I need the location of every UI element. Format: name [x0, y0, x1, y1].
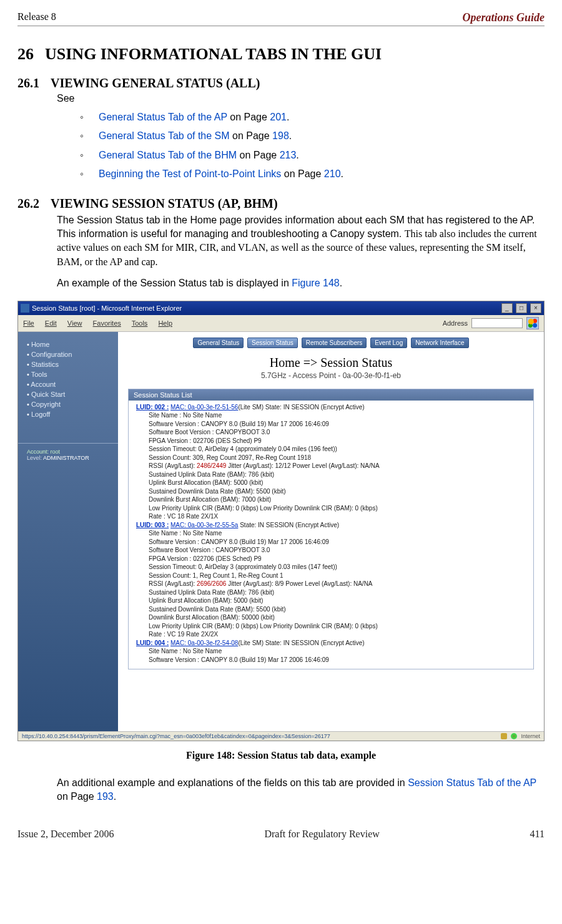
- session-line: Rate : VC 18 Rate 2X/1X: [136, 512, 526, 521]
- header-release: Release 8: [17, 11, 56, 24]
- session-entry-header: LUID: 004 : MAC: 0a-00-3e-f2-54-08(Lite …: [136, 639, 526, 648]
- address-field[interactable]: [471, 318, 523, 328]
- tab-remote-subscribers[interactable]: Remote Subscribers: [302, 338, 367, 348]
- footer-page-number: 411: [530, 829, 545, 840]
- minimize-button[interactable]: _: [501, 303, 513, 313]
- page-ref[interactable]: 213: [280, 150, 297, 160]
- mac-link[interactable]: MAC: 0a-00-3e-f2-51-56: [170, 404, 238, 411]
- menu-view[interactable]: View: [67, 319, 82, 327]
- close-button[interactable]: ×: [530, 303, 541, 313]
- level-label: Level:: [27, 455, 42, 461]
- session-line: Software Version : CANOPY 8.0 (Build 19)…: [136, 538, 526, 547]
- session-line: Software Version : CANOPY 8.0 (Build 19)…: [136, 420, 526, 429]
- header-guide-title: Operations Guide: [462, 11, 545, 24]
- section-title: VIEWING GENERAL STATUS (ALL): [51, 76, 260, 90]
- tab-network-interface[interactable]: Network Interface: [411, 338, 468, 348]
- link-general-status-sm[interactable]: General Status Tab of the SM: [99, 130, 230, 141]
- login-info: Account: root Level: ADMINISTRATOR: [18, 443, 118, 461]
- sidebar-item-quickstart[interactable]: Quick Start: [27, 389, 118, 399]
- page-ref[interactable]: 201: [270, 112, 287, 122]
- session-line: Software Boot Version : CANOPYBOOT 3.0: [136, 546, 526, 555]
- link-general-status-ap[interactable]: General Status Tab of the AP: [99, 112, 227, 122]
- maximize-button[interactable]: □: [516, 303, 527, 313]
- session-line: Sustained Downlink Data Rate (BAM): 5500…: [136, 487, 526, 496]
- session-line: Session Count: 1, Reg Count 1, Re-Reg Co…: [136, 571, 526, 580]
- windows-flag-icon: [526, 317, 539, 329]
- window-titlebar: Session Status [root] - Microsoft Intern…: [18, 301, 544, 315]
- after-figure-para: An additional example and explanations o…: [57, 776, 545, 804]
- luid-link[interactable]: LUID: 002 :: [136, 404, 169, 411]
- session-line: FPGA Version : 022706 (DES Sched) P9: [136, 437, 526, 445]
- session-line: Low Priority Uplink CIR (BAM): 0 (kbps) …: [136, 622, 526, 631]
- session-line: Sustained Downlink Data Rate (BAM): 5500…: [136, 605, 526, 614]
- zone-label: Internet: [521, 733, 540, 739]
- link-ptp-test[interactable]: Beginning the Test of Point-to-Point Lin…: [99, 168, 281, 179]
- sidebar-item-configuration[interactable]: Configuration: [27, 349, 118, 359]
- see-item-ap: General Status Tab of the AP on Page 201…: [80, 108, 545, 127]
- session-status-panel-header: Session Status List: [129, 389, 533, 401]
- menu-file[interactable]: File: [23, 319, 34, 327]
- session-state: (Lite SM) State: IN SESSION (Encrypt Act…: [238, 640, 364, 646]
- tab-general-status[interactable]: General Status: [193, 338, 244, 348]
- page-ref[interactable]: 198: [272, 130, 289, 141]
- session-line: FPGA Version : 022706 (DES Sched) P9: [136, 555, 526, 563]
- session-line: Sustained Uplink Data Rate (BAM): 786 (k…: [136, 588, 526, 597]
- sidebar-item-account[interactable]: Account: [27, 379, 118, 389]
- sidebar-item-tools[interactable]: Tools: [27, 369, 118, 379]
- page-ref[interactable]: 210: [324, 168, 341, 179]
- session-line: Session Timeout: 0, AirDelay 4 (approxim…: [136, 445, 526, 454]
- session-line: Software Boot Version : CANOPYBOOT 3.0: [136, 428, 526, 437]
- link-session-status-ap[interactable]: Session Status Tab of the AP: [408, 777, 536, 788]
- section-26-1-heading: 26.1VIEWING GENERAL STATUS (ALL): [17, 76, 545, 90]
- session-entry-header: LUID: 002 : MAC: 0a-00-3e-f2-51-56(Lite …: [136, 403, 526, 412]
- link-general-status-bhm[interactable]: General Status Tab of the BHM: [99, 150, 237, 160]
- section-title: VIEWING SESSION STATUS (AP, BHM): [51, 197, 278, 210]
- mac-link[interactable]: MAC: 0a-00-3e-f2-55-5a: [170, 522, 238, 528]
- figure-ref-link[interactable]: Figure 148: [292, 278, 340, 288]
- sidebar-item-logoff[interactable]: Logoff: [27, 409, 118, 419]
- rssi-value: 2696/2606: [197, 580, 226, 587]
- luid-link[interactable]: LUID: 004 :: [136, 640, 169, 646]
- section-26-2-para-1: The Session Status tab in the Home page …: [57, 213, 545, 270]
- tabs-row: General Status Session Status Remote Sub…: [118, 332, 544, 352]
- sidebar-item-copyright[interactable]: Copyright: [27, 399, 118, 409]
- address-bar: Address: [443, 317, 539, 329]
- tab-event-log[interactable]: Event Log: [370, 338, 407, 348]
- chapter-number: 26: [17, 45, 34, 63]
- chapter-title: USING INFORMATIONAL TABS IN THE GUI: [45, 45, 382, 63]
- see-label: See: [57, 93, 545, 104]
- sidebar-item-home[interactable]: Home: [27, 339, 118, 349]
- sidebar-nav: Home Configuration Statistics Tools Acco…: [18, 332, 118, 731]
- address-label: Address: [443, 319, 468, 327]
- menu-help[interactable]: Help: [158, 319, 172, 327]
- luid-link[interactable]: LUID: 003 :: [136, 522, 169, 528]
- session-line: Software Version : CANOPY 8.0 (Build 19)…: [136, 656, 526, 664]
- lock-icon: [501, 733, 507, 739]
- mac-link[interactable]: MAC: 0a-00-3e-f2-54-08: [170, 640, 238, 646]
- session-line: Uplink Burst Allocation (BAM): 5000 (kbi…: [136, 596, 526, 605]
- session-status-log: LUID: 002 : MAC: 0a-00-3e-f2-51-56(Lite …: [129, 401, 533, 669]
- ie-icon: [21, 304, 29, 313]
- account-label: Account:: [27, 449, 49, 455]
- session-line: Site Name : No Site Name: [136, 647, 526, 656]
- page-title: Home => Session Status: [118, 356, 544, 370]
- sidebar-item-statistics[interactable]: Statistics: [27, 359, 118, 369]
- menu-tools[interactable]: Tools: [132, 319, 148, 327]
- see-item-ptp: Beginning the Test of Point-to-Point Lin…: [80, 165, 545, 183]
- section-number: 26.1: [17, 76, 39, 90]
- internet-zone-icon: [511, 733, 517, 739]
- footer-draft: Draft for Regulatory Review: [264, 829, 379, 840]
- see-list: General Status Tab of the AP on Page 201…: [80, 108, 545, 184]
- session-status-panel: Session Status List LUID: 002 : MAC: 0a-…: [128, 389, 534, 670]
- page-header: Release 8 Operations Guide: [17, 11, 545, 26]
- session-line: Downlink Burst Allocation (BAM): 7000 (k…: [136, 495, 526, 504]
- section-26-2-heading: 26.2VIEWING SESSION STATUS (AP, BHM): [17, 197, 545, 211]
- section-26-2-para-2: An example of the Session Status tab is …: [57, 276, 545, 290]
- footer-issue: Issue 2, December 2006: [17, 829, 114, 840]
- session-line: Uplink Burst Allocation (BAM): 5000 (kbi…: [136, 479, 526, 487]
- menu-edit[interactable]: Edit: [45, 319, 57, 327]
- menu-favorites[interactable]: Favorites: [93, 319, 121, 327]
- tab-session-status[interactable]: Session Status: [247, 338, 298, 348]
- page-ref[interactable]: 193: [97, 791, 114, 802]
- figure-screenshot: Session Status [root] - Microsoft Intern…: [17, 301, 545, 741]
